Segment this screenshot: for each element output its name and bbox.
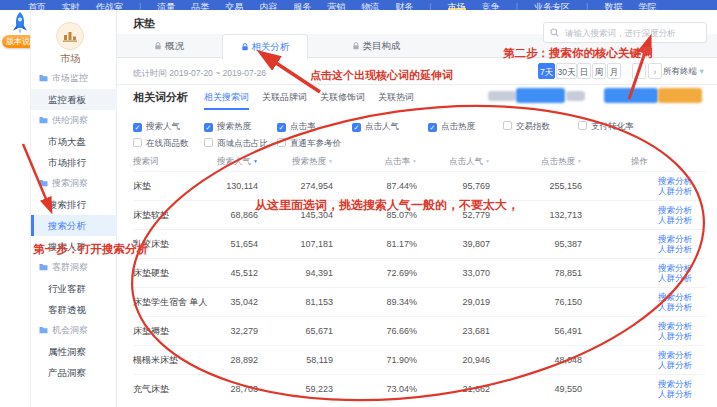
metric-checkbox[interactable]: 在线商品数 [133,138,189,150]
nav-item-13[interactable]: 市场 [448,0,466,10]
sidebar-group-2[interactable]: 搜索洞察 [31,173,118,194]
checkbox-unchecked-icon[interactable] [133,138,142,147]
search-analysis-link[interactable]: 搜索分析 [658,379,692,389]
checkbox-checked-icon[interactable]: ✓ [133,123,142,132]
sidebar-item[interactable]: 市场大盘 [31,131,118,152]
nav-item-0[interactable]: 首页 [28,0,46,10]
metric-checkbox[interactable]: ✓点击热度 [428,121,475,133]
metric-checkbox[interactable]: ✓搜索人气 [133,121,180,133]
search-analysis-link[interactable]: 搜索分析 [658,205,692,215]
table-header-cell[interactable]: 搜索词 [133,156,159,168]
search-analysis-link[interactable]: 搜索分析 [658,321,692,331]
date-range-30d[interactable]: 30天 [556,63,577,79]
crowd-analysis-link[interactable]: 人群分析 [658,215,692,225]
table-header-cell[interactable]: 点击人气▼ [449,156,490,168]
date-range-day[interactable]: 日 [577,63,591,79]
search-analysis-link[interactable]: 搜索分析 [658,263,692,273]
tab-category-composition[interactable]: 类目构成 [338,34,414,58]
date-range-week[interactable]: 周 [592,63,606,79]
nav-item-1[interactable]: 实时 [62,0,80,10]
subtab-brand-words[interactable]: 关联品牌词 [262,91,307,110]
sidebar-group-4[interactable]: 机会洞察 [31,320,118,341]
crowd-analysis-link[interactable]: 人群分析 [658,360,692,370]
terminal-filter-dropdown[interactable]: 所有终端 ▾ [663,66,704,78]
search-analysis-link[interactable]: 搜索分析 [658,292,692,302]
sidebar-item[interactable]: 行业客群 [31,278,118,299]
sidebar-item[interactable]: 属性洞察 [31,341,118,362]
crowd-analysis-link[interactable]: 人群分析 [658,302,692,312]
nav-item-9[interactable]: 营销 [327,0,345,10]
metric-checkbox[interactable]: 商城点击占比 [204,138,268,150]
tab-related-analysis[interactable]: 相关分析 [222,34,308,59]
nav-item-8[interactable]: 服务 [293,0,311,10]
nav-item-5[interactable]: 品类 [191,0,209,10]
sidebar-group-3[interactable]: 客群洞察 [31,257,118,278]
redacted-button-5[interactable] [658,88,702,103]
nav-item-18[interactable]: 数据 [604,0,622,10]
metric-checkbox[interactable]: ✓搜索热度 [204,121,251,133]
nav-item-7[interactable]: 内容 [259,0,277,10]
sort-icon[interactable]: ▼ [412,158,417,164]
checkbox-unchecked-icon[interactable] [503,121,512,130]
checkbox-unchecked-icon[interactable] [204,138,213,147]
market-module-icon[interactable] [56,22,84,50]
checkbox-unchecked-icon[interactable] [578,121,587,130]
date-prev-button[interactable] [632,63,646,79]
search-analysis-link[interactable]: 搜索分析 [658,176,692,186]
tab-overview[interactable]: 概况 [140,34,198,58]
sidebar-group-0[interactable]: 市场监控 [31,68,118,89]
sidebar-item[interactable]: 搜索分析 [31,215,118,236]
metric-checkbox[interactable]: ✓点击人气 [352,121,399,133]
nav-item-4[interactable]: 流量 [157,0,175,10]
sidebar-item[interactable]: 监控看板 [31,89,118,110]
search-analysis-link[interactable]: 搜索分析 [658,350,692,360]
table-header-cell[interactable]: 搜索热度▼ [292,156,333,168]
redacted-button-4[interactable] [604,88,658,103]
checkbox-checked-icon[interactable]: ✓ [352,123,361,132]
nav-item-10[interactable]: 物流 [361,0,379,10]
crowd-analysis-link[interactable]: 人群分析 [658,244,692,254]
sidebar-item[interactable]: 搜索排行 [31,194,118,215]
table-header-cell[interactable]: 点击热度▼ [541,156,582,168]
search-input[interactable] [563,27,700,39]
table-header-cell[interactable]: 搜索人气▼ [217,156,258,168]
date-range-7d[interactable]: 7天 [538,63,555,79]
search-analysis-link[interactable]: 搜索分析 [658,234,692,244]
nav-item-16[interactable]: 业务专区 [534,0,570,10]
metric-checkbox[interactable]: 支付转化率 [578,121,634,133]
nav-item-14[interactable]: 竞争 [482,0,500,10]
sort-icon[interactable]: ▼ [253,158,258,164]
crowd-analysis-link[interactable]: 人群分析 [658,331,692,341]
nav-item-6[interactable]: 交易 [225,0,243,10]
subtab-hot-words[interactable]: 关联热词 [378,91,414,110]
metric-checkbox[interactable]: 直通车参考价 [277,138,341,150]
checkbox-checked-icon[interactable]: ✓ [277,123,286,132]
redacted-button-2[interactable] [516,88,565,103]
sort-icon[interactable]: ▼ [577,158,582,164]
sidebar-item[interactable]: 客群透视 [31,299,118,320]
crowd-analysis-link[interactable]: 人群分析 [658,389,692,399]
subtab-related-search-words[interactable]: 相关搜索词 [204,91,249,110]
nav-item-11[interactable]: 财务 [395,0,413,10]
nav-item-2[interactable]: 作战室 [96,0,123,10]
crowd-analysis-link[interactable]: 人群分析 [658,273,692,283]
sort-icon[interactable]: ▼ [485,158,490,164]
date-next-button[interactable]: › [648,63,662,79]
rocket-icon[interactable] [8,11,32,37]
subtab-modifier-words[interactable]: 关联修饰词 [320,91,365,110]
nav-item-19[interactable]: 学院 [638,0,656,10]
sort-icon[interactable]: ▼ [328,158,333,164]
crowd-analysis-link[interactable]: 人群分析 [658,186,692,196]
checkbox-checked-icon[interactable]: ✓ [204,123,213,132]
sidebar-item[interactable]: 产品洞察 [31,362,118,383]
table-header-cell[interactable]: 点击率▼ [385,156,417,168]
sidebar-group-1[interactable]: 供给洞察 [31,110,118,131]
metric-checkbox[interactable]: 交易指数 [503,121,550,133]
checkbox-checked-icon[interactable]: ✓ [428,123,437,132]
redacted-button-1[interactable] [488,91,516,101]
redacted-button-3[interactable] [566,91,585,101]
sidebar-item[interactable]: 市场排行 [31,152,118,173]
metric-checkbox[interactable]: ✓点击率 [277,121,316,133]
checkbox-unchecked-icon[interactable] [277,138,286,147]
date-range-month[interactable]: 月 [607,63,621,79]
